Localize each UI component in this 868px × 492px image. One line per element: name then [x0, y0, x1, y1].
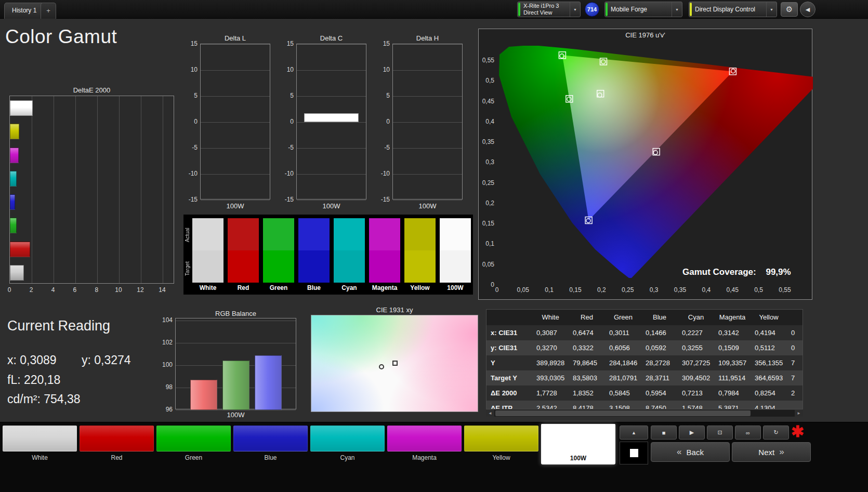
y-tick-label: 0,55	[482, 57, 495, 64]
pattern-green[interactable]: Green	[156, 425, 231, 461]
table-cell: 0,3142	[714, 325, 751, 340]
reading-fl: fL: 220,18	[7, 373, 60, 387]
y-tick-label: 10	[278, 66, 294, 73]
deltae-bar-100w	[10, 100, 33, 116]
x-tick-label: 0,55	[779, 286, 791, 294]
gridline	[393, 96, 462, 97]
table-cell: 0,6474	[569, 325, 605, 340]
x-tick-label: 0,35	[674, 286, 687, 294]
pattern-window-button[interactable]: ⊡	[707, 425, 733, 440]
table-cell: 0,4194	[751, 325, 787, 340]
table-cell: 0,5112	[751, 340, 787, 355]
table-cell: 0,5954	[641, 385, 678, 401]
stop-button[interactable]: ■	[651, 425, 677, 440]
scrollbar-thumb[interactable]	[495, 410, 751, 416]
actual-target-swatch-panel: Actual Target WhiteRedGreenBlueCyanMagen…	[183, 215, 473, 295]
tab-history-1[interactable]: History 1	[4, 3, 44, 19]
y-tick-label: 15	[182, 40, 198, 47]
pattern-white[interactable]: White	[3, 425, 77, 461]
y-tick-label: 5	[182, 92, 198, 99]
gridline	[176, 410, 296, 410]
collapse-panel-button[interactable]: ◀	[800, 2, 816, 17]
loop-button[interactable]: ∞	[735, 425, 761, 440]
x-axis-label: 100W	[175, 411, 296, 419]
table-header-cell: Blue	[641, 310, 678, 325]
x-tick-label: 6	[69, 286, 81, 294]
chevron-down-icon: ▼	[672, 2, 682, 17]
scrollbar-track[interactable]	[494, 410, 795, 417]
pattern-red[interactable]: Red	[80, 425, 154, 461]
table-cell: 0	[787, 340, 803, 355]
y-tick-label: 0	[374, 118, 390, 125]
target-swatch	[192, 250, 223, 283]
gridline	[32, 96, 32, 283]
window-icon: ⊡	[717, 429, 722, 436]
cie1976-diagram: 00,050,10,150,20,250,30,350,40,450,50,55…	[479, 29, 813, 300]
table-header-row: WhiteRedGreenBlueCyanMagentaYellow	[486, 310, 803, 325]
row-label: ΔE ITP	[486, 401, 532, 409]
table-cell: 8,7450	[641, 401, 678, 409]
y-tick-label: 0,45	[482, 98, 495, 105]
table-header-cell: Yellow	[751, 310, 787, 325]
meter-dropdown[interactable]: X-Rite i1Pro 3 Direct View ▼	[517, 2, 581, 17]
table-cell: 0,7984	[714, 385, 751, 401]
gamut-coverage: Gamut Coverage: 99,9%	[682, 267, 791, 277]
gridline	[176, 343, 296, 343]
pattern-magenta[interactable]: Magenta	[387, 425, 462, 461]
add-tab-button[interactable]: +	[41, 3, 56, 19]
table-horizontal-scrollbar[interactable]: ◄ ►	[486, 410, 803, 417]
pattern-cyan[interactable]: Cyan	[310, 425, 385, 461]
gridline	[297, 44, 366, 45]
back-button[interactable]: « Back	[651, 442, 730, 462]
target-swatch	[404, 250, 436, 283]
table-cell: 83,5803	[569, 370, 605, 385]
table-cell: 0,7213	[678, 385, 714, 401]
settings-button[interactable]: ⚙	[781, 2, 798, 17]
scroll-left-arrow[interactable]: ◄	[486, 410, 494, 417]
reading-cdm2: cd/m²: 754,38	[7, 392, 81, 406]
y-tick-label: 15	[374, 40, 390, 47]
y-tick-label: -10	[374, 170, 390, 177]
table-cell: 0,3087	[532, 325, 569, 340]
chevron-down-icon: ▼	[570, 2, 580, 17]
gamut-coverage-value: 99,9%	[766, 267, 791, 277]
row-label: Target Y	[486, 370, 532, 385]
display-control-dropdown[interactable]: Direct Display Control ▼	[689, 2, 777, 17]
y-tick-label: -10	[278, 170, 294, 177]
pattern-100w[interactable]: 100W	[541, 424, 615, 464]
meter-count-badge[interactable]: 714	[585, 2, 599, 17]
pattern-scroll-up-button[interactable]: ▲	[620, 425, 648, 440]
row-label: ΔE 2000	[486, 385, 532, 401]
table-cell: 0,3270	[532, 340, 569, 355]
play-button[interactable]: ▶	[679, 425, 705, 440]
actual-swatch	[440, 218, 471, 250]
actual-swatch	[298, 218, 330, 250]
x-tick-label: 0,3	[650, 286, 659, 294]
pattern-blue[interactable]: Blue	[233, 425, 308, 461]
top-bar: History 1 + X-Rite i1Pro 3 Direct View ▼…	[0, 0, 868, 19]
table-cell: 111,9514	[714, 370, 751, 385]
next-button[interactable]: Next »	[732, 442, 811, 462]
table-cell: 1,7728	[532, 385, 569, 401]
meter-mode: Direct View	[523, 9, 559, 16]
deltae2000-x-axis: 02468101214	[0, 286, 208, 294]
y-tick-label: 5	[374, 92, 390, 99]
pattern-swatch	[310, 425, 385, 451]
source-dropdown[interactable]: Mobile Forge ▼	[604, 2, 682, 17]
table-cell: 0,8254	[751, 385, 787, 401]
refresh-button[interactable]: ↻	[763, 425, 789, 440]
table-header-cell	[486, 310, 532, 325]
gridline	[297, 200, 366, 201]
table-header-cell	[787, 310, 803, 325]
scroll-right-arrow[interactable]: ►	[795, 410, 803, 417]
x-axis-label: 100W	[392, 202, 463, 210]
swatch-label: Green	[263, 284, 294, 291]
table-cell: 28,2728	[641, 355, 678, 370]
table-cell: 281,0791	[605, 370, 641, 385]
pattern-yellow[interactable]: Yellow	[464, 425, 538, 461]
table-header-cell: Red	[569, 310, 605, 325]
table-cell: 109,3357	[714, 355, 751, 370]
pattern-label: Magenta	[387, 454, 462, 461]
gridline	[176, 321, 296, 321]
table-cell: 0,1509	[714, 340, 751, 355]
